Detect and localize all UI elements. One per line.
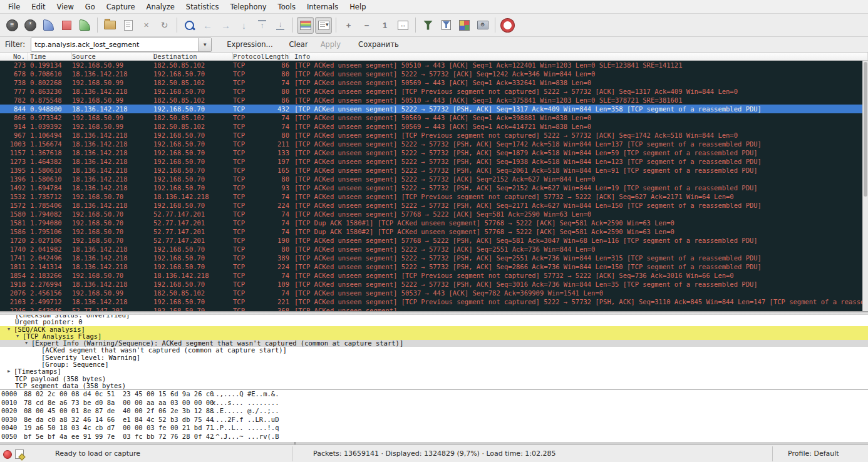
packet-row[interactable]: 17412.04249618.136.142.218192.168.50.70T…	[0, 254, 868, 262]
go-to-top-button[interactable]: ↑	[254, 17, 271, 34]
packet-row[interactable]: 15721.78540618.136.142.218192.168.50.70T…	[0, 201, 868, 210]
expert-info-led-icon[interactable]	[3, 450, 12, 459]
packet-list-scrollbar[interactable]	[862, 61, 868, 311]
expression-button[interactable]: Expression...	[223, 38, 276, 51]
packet-row[interactable]: 21032.49971218.136.142.218192.168.50.70T…	[0, 297, 868, 306]
packet-row[interactable]: 20762.456156192.168.50.99182.50.85.102TC…	[0, 289, 868, 297]
close-capture-button[interactable]: ×	[138, 17, 155, 34]
column-header-no[interactable]: No.	[0, 53, 28, 60]
menu-item-tools[interactable]: Tools	[272, 1, 301, 13]
packet-row[interactable]: 13951.58061018.136.142.218192.168.50.70T…	[0, 166, 868, 175]
expander-open-icon[interactable]: ▼	[8, 326, 14, 333]
menu-item-go[interactable]: Go	[80, 1, 101, 13]
clear-button[interactable]: Clear	[286, 38, 312, 51]
packet-row[interactable]: 8440.94880018.136.142.218192.168.50.70TC…	[0, 105, 868, 113]
column-header-info[interactable]: Info	[289, 53, 868, 60]
expander-open-icon[interactable]: ▼	[16, 333, 23, 340]
hex-row[interactable]: 002008 00 45 00 01 8e 87 de 40 00 2f 06 …	[0, 407, 868, 416]
packet-row[interactable]: 7380.802268192.168.50.99182.50.85.102TCP…	[0, 78, 868, 87]
packet-row[interactable]: 14921.69478418.136.142.218192.168.50.70T…	[0, 183, 868, 192]
reload-capture-button[interactable]: ↻	[156, 17, 173, 34]
packet-row[interactable]: 18542.183266192.168.50.7018.136.142.218T…	[0, 271, 868, 280]
packet-row[interactable]: 17202.027106192.168.50.7052.77.147.201TC…	[0, 236, 868, 245]
packet-row[interactable]: 12731.46438218.136.142.218192.168.50.70T…	[0, 157, 868, 166]
menu-item-help[interactable]: Help	[344, 1, 371, 13]
scrollbar-thumb[interactable]	[864, 62, 867, 197]
packet-row[interactable]: 10031.15667418.136.142.218192.168.50.70T…	[0, 140, 868, 148]
packet-row[interactable]: 15801.794082192.168.50.7052.77.147.201TC…	[0, 210, 868, 218]
save-filter-button[interactable]: Сохранить	[354, 38, 403, 51]
restart-capture-button[interactable]	[76, 17, 93, 34]
detail-line[interactable]: TCP segment data (358 bytes)	[0, 382, 868, 389]
column-header-destination[interactable]: Destination	[153, 53, 233, 60]
menu-item-telephony[interactable]: Telephony	[224, 1, 272, 13]
packet-row[interactable]: 13961.58061018.136.142.218192.168.50.70T…	[0, 175, 868, 183]
packet-row[interactable]: 2730.199134192.168.50.99182.50.85.102TCP…	[0, 61, 868, 69]
zoom-normal-button[interactable]: 1	[376, 17, 393, 34]
packet-row[interactable]: 19182.27699418.136.142.218192.168.50.70T…	[0, 280, 868, 289]
hex-row[interactable]: 000088 02 2c 00 08 d4 0c 51 23 45 00 15 …	[0, 390, 868, 399]
hex-row[interactable]: 00308e da c0 a8 32 46 14 66 e1 84 4c 52 …	[0, 416, 868, 424]
filter-input[interactable]	[31, 38, 198, 51]
packet-row[interactable]: 7770.86323018.136.142.218192.168.50.70TC…	[0, 87, 868, 96]
detail-line[interactable]: Urgent pointer: 0	[0, 319, 868, 326]
colorize-list-button[interactable]	[297, 17, 314, 34]
menu-item-analyze[interactable]: Analyze	[141, 1, 180, 13]
filter-dropdown-arrow-icon[interactable]: ▾	[198, 38, 211, 51]
menu-item-file[interactable]: File	[3, 1, 26, 13]
packet-row[interactable]: 15321.735712192.168.50.7018.136.142.218T…	[0, 192, 868, 201]
hex-row[interactable]: 0050bf 5e bf 4a ee 91 99 7e 03 fc bb 72 …	[0, 433, 868, 441]
packet-row[interactable]: 22462.64394652.77.147.201192.168.50.70TC…	[0, 306, 868, 311]
packet-row[interactable]: 9141.039392192.168.50.99182.50.85.102TCP…	[0, 122, 868, 131]
zoom-in-button[interactable]: +	[340, 17, 357, 34]
packet-row[interactable]: 15861.795106192.168.50.7052.77.147.201TC…	[0, 227, 868, 236]
detail-line[interactable]: ▶[Timestamps]	[0, 368, 868, 375]
packet-row[interactable]: 7820.875548192.168.50.99182.50.85.102TCP…	[0, 96, 868, 105]
autoscroll-button[interactable]	[315, 17, 332, 34]
capture-options-button[interactable]: *	[22, 17, 39, 34]
profile-indicator[interactable]: Profile: Default	[788, 449, 839, 458]
stop-capture-button[interactable]	[58, 17, 75, 34]
display-filter-button[interactable]	[438, 17, 455, 34]
menu-item-edit[interactable]: Edit	[26, 1, 51, 13]
find-packet-button[interactable]	[181, 17, 198, 34]
column-header-protocol[interactable]: Protocol	[233, 53, 264, 60]
filter-combobox[interactable]: ▾	[31, 38, 212, 52]
go-to-packet-button[interactable]: ↓	[235, 17, 252, 34]
go-forward-button[interactable]: →	[217, 17, 234, 34]
packet-row[interactable]: 18112.14131418.136.142.218192.168.50.70T…	[0, 262, 868, 271]
list-interfaces-button[interactable]: ≡	[4, 17, 21, 34]
hex-row[interactable]: 004019 a6 50 18 03 4c cb d7 00 00 03 fe …	[0, 424, 868, 433]
menu-item-capture[interactable]: Capture	[101, 1, 141, 13]
capture-filter-button[interactable]	[420, 17, 437, 34]
menu-item-view[interactable]: View	[51, 1, 80, 13]
preferences-button[interactable]: ⚙	[474, 17, 491, 34]
go-to-bottom-button[interactable]: ↓	[272, 17, 289, 34]
column-header-source[interactable]: Source	[72, 53, 153, 60]
packet-row[interactable]: 9671.10649418.136.142.218192.168.50.70TC…	[0, 131, 868, 140]
menu-item-internals[interactable]: Internals	[301, 1, 344, 13]
detail-line[interactable]: TCP payload (358 bytes)	[0, 376, 868, 382]
expander-open-icon[interactable]: ▼	[25, 340, 31, 347]
packet-row[interactable]: 6780.70861018.136.142.218192.168.50.70TC…	[0, 69, 868, 78]
column-header-length[interactable]: Length	[264, 53, 289, 60]
menu-item-statistics[interactable]: Statistics	[180, 1, 225, 13]
capture-comment-icon[interactable]	[15, 449, 24, 459]
detail-line[interactable]: [Group: Sequence]	[0, 361, 868, 368]
save-capture-button[interactable]	[120, 17, 137, 34]
expander-closed-icon[interactable]: ▶	[8, 368, 14, 375]
zoom-out-button[interactable]: −	[358, 17, 375, 34]
start-capture-button[interactable]	[40, 17, 57, 34]
packet-row[interactable]: 11571.36761818.136.142.218192.168.50.70T…	[0, 148, 868, 157]
go-back-button[interactable]: ←	[199, 17, 216, 34]
resize-columns-button[interactable]: ↔	[395, 17, 411, 34]
column-header-time[interactable]: Time	[28, 53, 72, 60]
open-capture-button[interactable]	[101, 17, 118, 34]
help-button[interactable]	[499, 17, 516, 34]
detail-line[interactable]: ▼[SEQ/ACK analysis]	[0, 326, 868, 333]
packet-row[interactable]: 8660.973342192.168.50.99182.50.85.102TCP…	[0, 113, 868, 122]
hex-row[interactable]: 001078 cd 8e a6 73 be d0 8a 00 00 aa aa …	[0, 399, 868, 408]
apply-button[interactable]: Apply	[317, 38, 344, 51]
coloring-rules-button[interactable]	[456, 17, 473, 34]
detail-line[interactable]: [Severity level: Warning]	[0, 354, 868, 361]
